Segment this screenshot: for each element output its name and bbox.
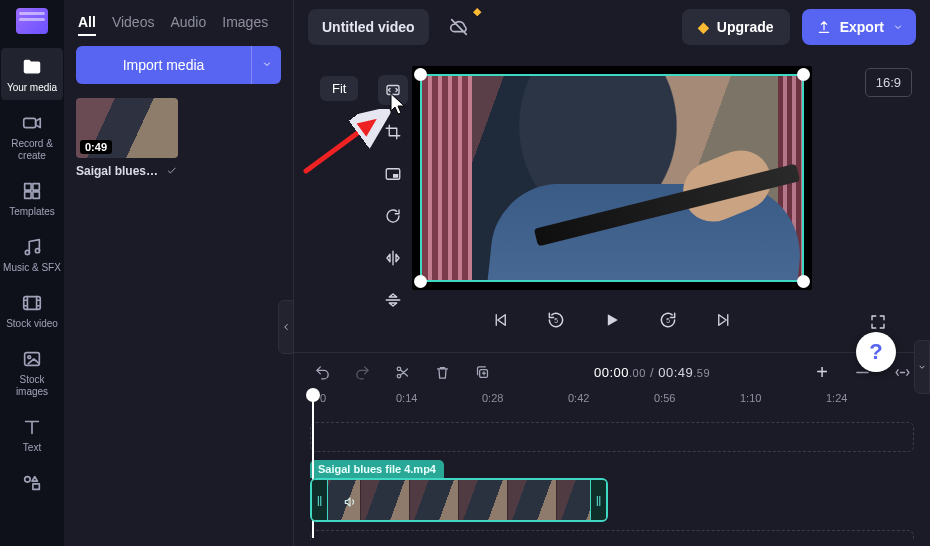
time-total: 00:49: [658, 365, 693, 380]
rail-label: Templates: [9, 206, 55, 218]
panel-collapse-button[interactable]: [278, 300, 294, 354]
topbar: Untitled video ◆ ◆ Upgrade Export: [294, 0, 930, 54]
chevron-left-icon: [281, 320, 291, 334]
film-icon: [21, 292, 43, 314]
timeline-toolbar: 00:00.00 / 00:49.59 +: [294, 353, 930, 392]
rail-record-create[interactable]: Record & create: [1, 104, 63, 168]
timeline-clip[interactable]: || ||: [310, 478, 608, 522]
audio-icon: [342, 494, 358, 510]
clip-trim-left[interactable]: ||: [312, 480, 328, 520]
svg-point-5: [25, 250, 29, 254]
upgrade-button[interactable]: ◆ Upgrade: [682, 9, 790, 45]
rail-text[interactable]: Text: [1, 408, 63, 460]
upload-icon: [816, 19, 832, 35]
video-preview[interactable]: [412, 66, 812, 290]
fit-tooltip: Fit: [320, 76, 358, 101]
ruler-mark: 0:28: [482, 392, 568, 418]
split-button[interactable]: [390, 361, 414, 385]
fit-timeline-button[interactable]: [890, 361, 914, 385]
tab-all[interactable]: All: [78, 14, 96, 36]
prev-frame-button[interactable]: [484, 304, 516, 336]
templates-icon: [21, 180, 43, 202]
rail-stock-images[interactable]: Stock images: [1, 340, 63, 404]
forward-5s-button[interactable]: 5: [652, 304, 684, 336]
svg-line-11: [306, 115, 382, 171]
svg-rect-1: [25, 184, 31, 190]
shapes-icon: [21, 472, 43, 494]
time-ruler[interactable]: 0 0:14 0:28 0:42 0:56 1:10 1:24: [294, 392, 930, 418]
flip-h-tool-button[interactable]: [378, 243, 408, 273]
clip-trim-right[interactable]: ||: [590, 480, 606, 520]
rail-music-sfx[interactable]: Music & SFX: [1, 228, 63, 280]
svg-point-6: [35, 249, 39, 253]
rotate-icon: [384, 207, 402, 225]
rail-templates[interactable]: Templates: [1, 172, 63, 224]
tool-rail: Your media Record & create Templates Mus…: [0, 0, 64, 546]
aspect-ratio-button[interactable]: 16:9: [865, 68, 912, 97]
next-frame-button[interactable]: [708, 304, 740, 336]
svg-point-10: [25, 477, 31, 483]
app-logo-icon: [16, 8, 48, 34]
ruler-mark: 1:24: [826, 392, 912, 418]
video-content: [420, 74, 804, 282]
folder-icon: [21, 56, 43, 78]
svg-text:5: 5: [666, 317, 670, 324]
media-panel: All Videos Audio Images Import media 0:4…: [64, 0, 294, 546]
resize-handle-bl[interactable]: [414, 275, 427, 288]
ruler-mark: 0:42: [568, 392, 654, 418]
svg-rect-7: [24, 297, 41, 310]
main-area: Untitled video ◆ ◆ Upgrade Export Fit: [294, 0, 930, 546]
timecode-display: 00:00.00 / 00:49.59: [510, 365, 794, 380]
help-button[interactable]: ?: [856, 332, 896, 372]
svg-rect-4: [33, 192, 39, 198]
rewind-5s-button[interactable]: 5: [540, 304, 572, 336]
check-icon: [166, 165, 178, 177]
tab-audio[interactable]: Audio: [170, 14, 206, 36]
timeline: 00:00.00 / 00:49.59 + 0 0:14 0:28 0:42 0…: [294, 352, 930, 546]
pointer-cursor-icon: [387, 92, 409, 118]
tab-images[interactable]: Images: [222, 14, 268, 36]
svg-rect-8: [25, 353, 40, 366]
rotate-tool-button[interactable]: [378, 201, 408, 231]
cloud-sync-button[interactable]: ◆: [441, 9, 477, 45]
media-clip[interactable]: 0:49 Saigal blues f...: [76, 98, 178, 178]
rail-label: Text: [23, 442, 41, 454]
upgrade-label: Upgrade: [717, 19, 774, 35]
resize-handle-tr[interactable]: [797, 68, 810, 81]
flip-v-tool-button[interactable]: [378, 285, 408, 315]
rail-more[interactable]: [1, 464, 63, 504]
redo-button[interactable]: [350, 361, 374, 385]
svg-rect-3: [25, 192, 31, 198]
cloud-off-icon: [448, 16, 470, 38]
time-current: 00:00: [594, 365, 629, 380]
add-track-button[interactable]: +: [810, 361, 834, 385]
sidepanel-collapse-button[interactable]: [914, 340, 930, 394]
project-title[interactable]: Untitled video: [308, 9, 429, 45]
empty-track[interactable]: [310, 422, 914, 452]
export-button[interactable]: Export: [802, 9, 916, 45]
chevron-down-icon: [892, 21, 904, 33]
resize-handle-br[interactable]: [797, 275, 810, 288]
timeline-clip-label: Saigal blues file 4.mp4: [310, 460, 444, 478]
rail-stock-video[interactable]: Stock video: [1, 284, 63, 336]
delete-button[interactable]: [430, 361, 454, 385]
rail-label: Record & create: [11, 138, 53, 162]
music-icon: [21, 236, 43, 258]
clip-thumbnail: 0:49: [76, 98, 178, 158]
rail-your-media[interactable]: Your media: [1, 48, 63, 100]
tab-videos[interactable]: Videos: [112, 14, 155, 36]
clip-duration-badge: 0:49: [80, 140, 112, 154]
undo-button[interactable]: [310, 361, 334, 385]
play-button[interactable]: [596, 304, 628, 336]
ruler-mark: 1:10: [740, 392, 826, 418]
import-media-button[interactable]: Import media: [76, 46, 251, 84]
empty-track[interactable]: [310, 530, 914, 540]
diamond-icon: ◆: [698, 19, 709, 35]
resize-handle-tl[interactable]: [414, 68, 427, 81]
rail-label: Stock video: [6, 318, 58, 330]
import-dropdown-button[interactable]: [251, 46, 281, 84]
duplicate-button[interactable]: [470, 361, 494, 385]
svg-rect-2: [33, 184, 39, 190]
ruler-mark: 0:56: [654, 392, 740, 418]
chevron-down-icon: [917, 360, 927, 374]
